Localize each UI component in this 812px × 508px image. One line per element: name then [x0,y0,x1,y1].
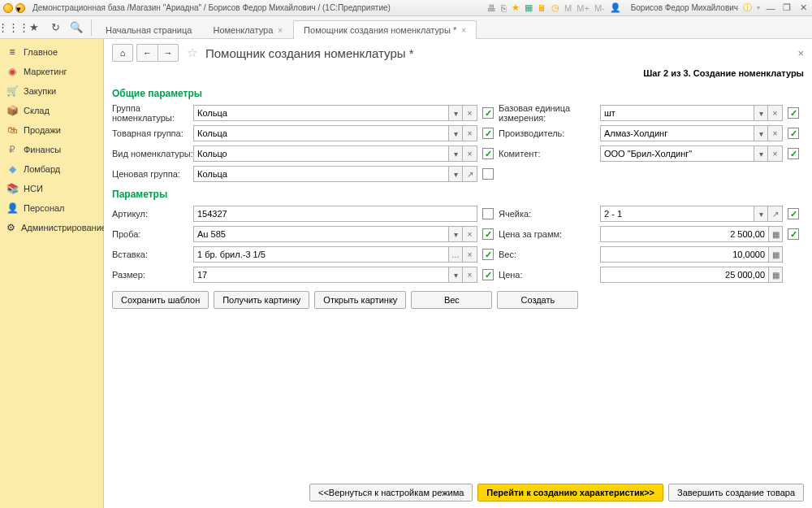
calc-icon[interactable]: 🖩 [538,3,546,13]
sidebar-item-nsi[interactable]: 📚НСИ [0,179,103,198]
favorite-icon[interactable]: ★ [24,19,44,37]
forward-button[interactable]: → [158,44,179,62]
sidebar-item-main[interactable]: ≡Главное [0,42,103,62]
back-step-button[interactable]: <<Вернуться к настройкам режима [309,484,473,501]
input-base-unit[interactable] [600,105,754,121]
dropdown-icon[interactable]: ▾ [448,145,463,162]
clear-icon[interactable]: × [768,145,783,162]
more-icon[interactable]: … [448,246,463,263]
m-plus-icon[interactable]: M+ [577,3,590,13]
doc-icon[interactable]: ▦ [525,2,533,13]
checkbox-empty[interactable]: ✓ [482,168,494,180]
dropdown-icon[interactable]: ▾ [754,145,768,162]
clear-icon[interactable]: × [463,246,477,263]
input-price-gram[interactable] [600,226,768,242]
clear-icon[interactable]: × [463,226,477,242]
print-icon[interactable]: 🖶 [487,3,496,13]
open-image-button[interactable]: Открыть картинку [314,291,406,309]
nav-icon[interactable]: ⎘ [501,3,507,13]
star-icon[interactable]: ★ [512,2,520,13]
get-image-button[interactable]: Получить картинку [214,291,309,309]
checkbox-price[interactable]: ✓ [482,269,494,280]
next-step-button[interactable]: Перейти к созданию характеристик>> [477,484,663,501]
clear-icon[interactable]: × [463,267,477,283]
tab-nomenclature[interactable]: Номенклатура× [202,20,293,39]
save-template-button[interactable]: Сохранить шаблон [112,291,209,309]
input-tgroup[interactable] [193,125,448,141]
open-icon[interactable]: ↗ [768,206,783,222]
input-vid[interactable] [193,145,448,162]
input-article[interactable] [193,206,477,222]
dropdown-icon[interactable]: ▾ [754,206,768,222]
input-size[interactable] [193,267,448,283]
checkbox-komitent[interactable]: ✓ [482,148,494,159]
dropdown-icon[interactable]: ▾ [448,226,463,242]
dropdown-icon[interactable]: ▾ [448,166,463,182]
input-price[interactable] [600,267,768,283]
minimize-icon[interactable]: — [765,3,776,13]
sidebar-item-finance[interactable]: ₽Финансы [0,140,103,159]
tab-close-icon[interactable]: × [278,26,283,35]
calc-icon[interactable]: ▦ [768,267,783,283]
checkbox-manufacturer[interactable]: ✓ [482,128,494,139]
m-minus-icon[interactable]: M- [594,3,605,13]
dropdown-icon[interactable]: ▾ [754,125,768,141]
checkbox-trail[interactable]: ✓ [788,148,799,159]
clear-icon[interactable]: × [463,145,477,162]
calc-icon[interactable]: ▦ [768,246,783,263]
checkbox-trail[interactable]: ✓ [788,208,799,219]
input-manufacturer[interactable] [600,125,754,141]
clear-icon[interactable]: × [768,105,783,121]
search-icon[interactable]: 🔍 [67,19,86,37]
history-icon[interactable]: ↻ [45,19,65,37]
clear-icon[interactable]: × [463,105,477,121]
sidebar-item-warehouse[interactable]: 📦Склад [0,101,103,120]
input-insert[interactable] [193,246,448,263]
home-button[interactable]: ⌂ [112,44,133,62]
sidebar-item-admin[interactable]: ⚙Администрирование [0,218,103,237]
dropdown-icon[interactable]: ▾ [448,125,463,141]
dropdown-icon[interactable]: ▾ [448,267,463,283]
tab-close-icon[interactable]: × [461,26,466,35]
back-button[interactable]: ← [136,44,158,62]
sidebar-item-pawnshop[interactable]: ◆Ломбард [0,159,103,179]
sidebar-item-purchase[interactable]: 🛒Закупки [0,81,103,101]
calc-icon[interactable]: ▦ [768,226,783,242]
finish-button[interactable]: Завершить создание товара [668,484,804,501]
sidebar-item-sales[interactable]: 🛍Продажи [0,120,103,140]
open-icon[interactable]: ↗ [463,166,477,182]
weight-button[interactable]: Вес [411,291,492,309]
sidebar-item-staff[interactable]: 👤Персонал [0,198,103,218]
input-proba[interactable] [193,226,448,242]
app-dropdown-icon[interactable]: ▾ [15,3,25,13]
close-page-icon[interactable]: × [797,47,804,59]
input-komitent[interactable] [600,145,754,162]
clear-icon[interactable]: × [768,125,783,141]
checkbox-price-gram[interactable]: ✓ [482,228,494,240]
checkbox-weight[interactable]: ✓ [482,249,494,260]
favorite-toggle[interactable]: ☆ [187,46,197,60]
checkbox-trail[interactable]: ✓ [788,228,799,240]
sidebar-item-marketing[interactable]: ◉Маркетинг [0,62,103,81]
input-price-group[interactable] [193,166,448,182]
clock-icon[interactable]: ◷ [551,2,559,13]
m-icon[interactable]: M [564,3,572,13]
clear-icon[interactable]: × [463,125,477,141]
checkbox-base-unit[interactable]: ✓ [482,107,494,119]
input-group[interactable] [193,105,448,121]
close-icon[interactable]: ✕ [797,2,809,13]
user-icon[interactable]: 👤 [610,2,621,13]
info-icon[interactable]: ⓘ [743,2,752,14]
maximize-icon[interactable]: ❐ [781,2,793,13]
checkbox-cell[interactable]: ✓ [482,208,494,219]
user-name[interactable]: Борисов Федор Михайлович [631,3,738,12]
tab-home[interactable]: Начальная страница [95,20,202,39]
tab-wizard[interactable]: Помощник создания номенклатуры *× [293,20,477,39]
input-weight[interactable] [600,246,768,263]
input-cell[interactable] [600,206,754,222]
dropdown-icon[interactable]: ▾ [448,105,463,121]
checkbox-trail[interactable]: ✓ [788,107,799,119]
apps-icon[interactable]: ⋮⋮⋮ [3,19,23,37]
checkbox-trail[interactable]: ✓ [788,128,799,139]
dropdown-icon[interactable]: ▾ [754,105,768,121]
